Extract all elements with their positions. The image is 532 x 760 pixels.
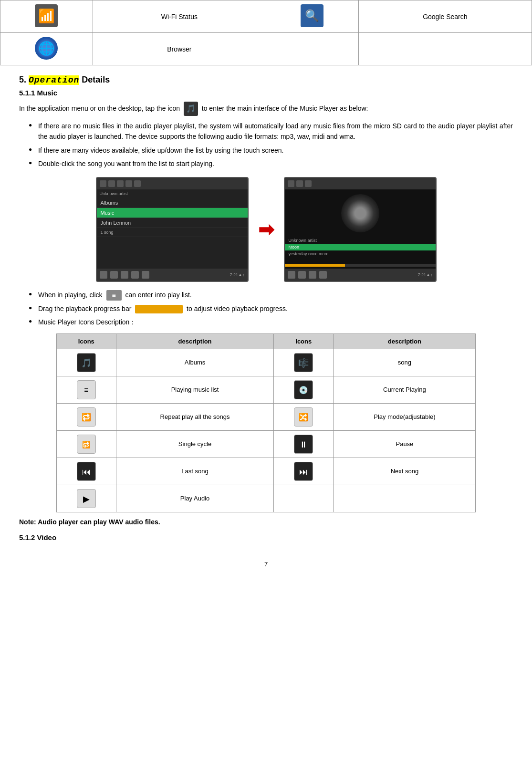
ctrl-btn [288,271,295,279]
list-item-john: John Lennon [97,218,248,228]
icon-cell-last-song: ⏮ [56,458,116,485]
bar-btn [100,180,106,187]
intro-paragraph: In the application menu or on the deskto… [19,102,513,116]
list-item: Double-click the song you want from the … [29,158,513,169]
top-bar [97,178,248,189]
play-mode-icon: 🔀 [294,407,313,427]
more-instructions-list: When in playing, click can enter into pl… [29,290,513,328]
screenshots-area: Unknown artist Albums Music John Lennon … [19,177,513,282]
current-playing-label: Current Playing [383,386,426,393]
progress-bar-container [285,264,436,267]
track-unknown-artist: Unknown artist [285,237,436,244]
icon-cell-next-song: ⏭ [274,458,334,485]
icon-cell-playlist: ≡ [56,376,116,403]
ctrl-btn [309,271,316,279]
list-item-albums: Albums [97,198,248,208]
bar-btn [117,180,124,187]
last-song-icon: ⏮ [77,462,96,481]
wifi-label: Wi-Fi Status [161,13,198,21]
wifi-icon [35,4,58,27]
time-display: 7:21▲↑ [418,272,433,277]
single-cycle-label: Single cycle [178,440,211,448]
pause-label: Pause [396,440,413,448]
playing-music-list-icon: ≡ [77,380,96,399]
table-row: ⏮ Last song ⏭ Next song [56,458,476,485]
song-label: song [398,359,411,366]
empty-icon-cell [266,33,358,65]
list-item: If there are no music files in the audio… [29,121,513,142]
ctrl-btn [100,271,107,279]
desc-cell-pause: Pause [334,430,476,458]
bullet5-suffix: to adjust video playback progress. [187,305,288,312]
table-row: Wi-Fi Status Google Search [0,0,532,33]
top-icon-table: Wi-Fi Status Google Search Browser [0,0,532,65]
icon-cell-albums: 🎵 [56,349,116,376]
music-player-inline-icon [184,102,198,116]
intro-text-prefix: In the application menu or on the deskto… [19,104,180,112]
table-body: 🎵 Albums 🎼 song ≡ Playing music list [56,349,476,512]
heading-highlight: Operation [29,75,79,85]
bullet1-text: If there are no music files in the audio… [38,122,513,140]
note-text: Note: Audio player can play WAV audio fi… [19,518,513,526]
desc-cell-playlist: Playing music list [116,376,274,403]
desc-cell-play-audio: Play Audio [116,485,274,512]
desc-cell-song: song [334,349,476,376]
bullet3-text: Double-click the song you want from the … [38,160,214,167]
google-search-icon [301,4,323,27]
section-heading: 5. Operation Details [19,75,513,85]
bullet5-prefix: Drag the playback progress bar [38,305,131,312]
ctrl-btn [142,271,149,279]
heading-suffix: Details [79,75,110,84]
playlist-label: Playing music list [171,386,219,393]
list-item-progress: Drag the playback progress bar to adjust… [29,303,513,314]
desc-cell-play-mode: Play mode(adjustable) [334,403,476,430]
time-display: 7:21▲↑ [230,272,245,277]
browser-icon-cell [0,33,93,65]
table-row: Browser [0,33,532,65]
desc-cell-current-playing: Current Playing [334,376,476,403]
header-row: Icons description Icons description [56,333,476,349]
play-mode-label: Play mode(adjustable) [374,413,435,420]
repeat-all-icon: 🔁 [77,407,96,427]
icon-cell-empty [274,485,334,512]
albums-label: Albums [185,359,205,366]
table-row: 🎵 Albums 🎼 song [56,349,476,376]
playlist-inline-icon [106,290,122,301]
desc-cell-albums: Albums [116,349,274,376]
google-icon-cell [266,0,358,33]
bottom-bar-playing: 7:21▲↑ [285,269,436,281]
col-header-desc2: description [334,333,476,349]
arrow-right-icon: ➡ [258,219,274,240]
table-row: ≡ Playing music list 💿 Current Playing [56,376,476,403]
subsection-51-heading: 5.1.1 Music [19,89,513,97]
list-item-playlist: When in playing, click can enter into pl… [29,290,513,301]
table-row: ▶ Play Audio [56,485,476,512]
next-song-label: Next song [391,468,419,475]
instructions-list: If there are no music files in the audio… [29,121,513,169]
google-label-cell: Google Search [358,0,532,33]
bar-btn [134,180,141,187]
browser-icon [35,37,58,60]
bullet6-text: Music Player Icons Description： [38,318,136,326]
music-playing-ui: Unknown artist Moon yesterday once more … [285,178,436,281]
col-header-desc1: description [116,333,274,349]
intro-text-suffix: to enter the main interface of the Music… [202,104,368,112]
repeat-label: Repeat play all the songs [160,413,230,420]
track-yesterday: yesterday once more [285,250,436,257]
desc-cell-repeat: Repeat play all the songs [116,403,274,430]
desc-cell-empty [334,485,476,512]
albums-icon: 🎵 [77,353,96,372]
heading-prefix: 5. [19,75,29,84]
desc-cell-next-song: Next song [334,458,476,485]
top-bar [285,178,436,189]
album-art [341,194,379,232]
bar-btn [125,180,132,187]
bar-btn [108,180,115,187]
bullet2-text: If there are many videos available, slid… [38,146,283,154]
bar-btn [305,180,312,187]
page-number: 7 [0,561,532,568]
icon-cell-song: 🎼 [274,349,334,376]
desc-cell-last-song: Last song [116,458,274,485]
google-search-label: Google Search [423,13,467,21]
ctrl-btn [131,271,139,279]
